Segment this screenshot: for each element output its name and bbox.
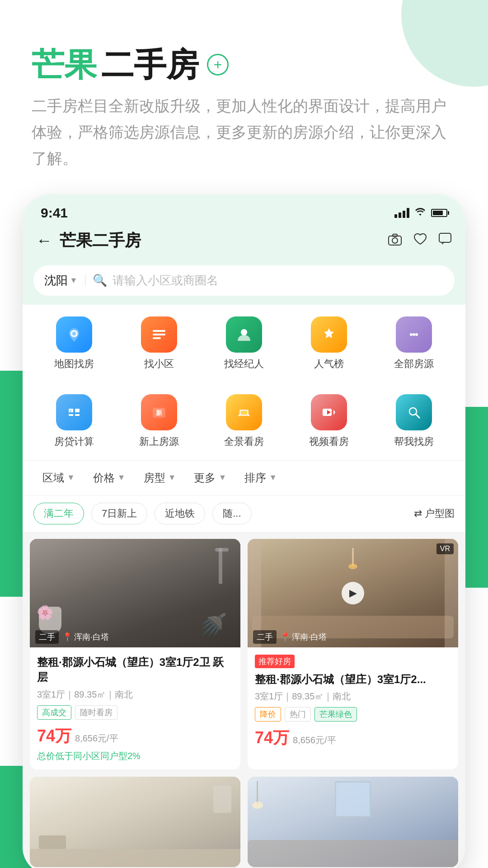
all-icon	[396, 316, 432, 353]
category-label-agent: 找经纪人	[224, 357, 264, 371]
svg-rect-13	[75, 409, 80, 412]
heart-icon[interactable]	[413, 232, 427, 250]
phone-mockup: 9:41 ←	[23, 194, 465, 868]
category-item-help[interactable]: 帮我找房	[371, 387, 456, 456]
title-mango: 芒果	[32, 45, 97, 84]
tag-manyears[interactable]: 满二年	[33, 503, 84, 524]
floorplan-toggle[interactable]: ⇄ 户型图	[414, 507, 455, 520]
svg-point-1	[392, 238, 398, 243]
category-grid-row2: ± 房贷计算 新 新上房源	[23, 382, 465, 460]
listing-image-partial-left	[30, 777, 240, 867]
category-item-map[interactable]: 地图找房	[32, 309, 117, 378]
title-house: 二手房	[101, 45, 199, 84]
price-main-1: 74万	[37, 725, 71, 747]
category-item-community[interactable]: 找小区	[117, 309, 202, 378]
svg-rect-2	[393, 234, 397, 236]
listing-badge-area-2: 二手 📍 浑南·白塔	[248, 627, 458, 647]
search-input[interactable]: 请输入小区或商圈名	[113, 273, 218, 288]
listing-title-2: 整租·郡源小石城（望庄）3室1厅2...	[255, 672, 451, 687]
message-icon[interactable]	[438, 232, 452, 250]
plus-circle-icon[interactable]: +	[207, 54, 229, 75]
search-location[interactable]: 沈阳 ▼	[44, 273, 78, 288]
app-header-title: 芒果二手房	[60, 230, 141, 252]
svg-rect-7	[153, 334, 165, 335]
help-icon	[396, 394, 432, 430]
svg-rect-15	[75, 414, 80, 416]
category-label-popular: 人气榜	[314, 357, 344, 371]
tag-random[interactable]: 随...	[212, 503, 251, 524]
tag-bar: 满二年 7日新上 近地铁 随... ⇄ 户型图	[23, 495, 465, 532]
tag-mango-green: 芒果绿色	[314, 707, 357, 722]
filter-area[interactable]: 区域 ▼	[33, 467, 84, 489]
listing-image-2: ▶ VR 二手 📍 浑南·白塔	[248, 539, 458, 647]
listing-tags-1: 高成交 随时看房	[37, 705, 233, 720]
price-unit-2: 8,656元/平	[293, 734, 336, 746]
community-icon	[141, 316, 177, 353]
listing-image-1: 🌸 二手 📍 浑南·白塔	[30, 539, 240, 647]
category-item-loan[interactable]: ± 房贷计算	[32, 387, 117, 456]
svg-rect-20	[241, 411, 247, 415]
category-item-new[interactable]: 新 新上房源	[117, 387, 202, 456]
tag-anytime: 随时看房	[75, 705, 117, 720]
category-item-all[interactable]: 全部房源	[371, 309, 456, 378]
play-button[interactable]: ▶	[342, 582, 364, 604]
signal-icon	[394, 208, 409, 218]
filter-type[interactable]: 房型 ▼	[135, 467, 185, 489]
listing-info-2: 推荐好房 整租·郡源小石城（望庄）3室1厅2... 3室1厅｜89.35㎡｜南北…	[248, 647, 458, 757]
header-left: ← 芒果二手房	[36, 230, 141, 252]
second-hand-badge: 二手	[35, 630, 59, 644]
listing-details-2: 3室1厅｜89.35㎡｜南北	[255, 690, 451, 703]
tag-high-deal: 高成交	[37, 705, 71, 720]
listing-card-1[interactable]: 🌸 二手 📍 浑南·白塔 整租·郡源小石城（望庄）3室1厅2卫 跃层 3室1厅｜…	[30, 539, 240, 769]
price-unit-1: 8,656元/平	[75, 732, 118, 745]
price-main-2: 74万	[255, 727, 289, 749]
title-section: 芒果 二手房 + 二手房栏目全新改版升级，更加人性化的界面设计，提高用户体验，严…	[32, 45, 456, 172]
status-bar: 9:41	[23, 194, 465, 225]
map-icon	[56, 316, 92, 353]
subtitle-text: 二手房栏目全新改版升级，更加人性化的界面设计，提高用户体验，严格筛选房源信息，更…	[32, 93, 456, 171]
svg-rect-8	[153, 337, 161, 339]
main-title: 芒果 二手房 +	[32, 45, 456, 84]
category-item-video[interactable]: 视频看房	[286, 387, 371, 456]
filter-sort[interactable]: 排序 ▼	[235, 467, 286, 489]
category-item-panorama[interactable]: 全景看房	[202, 387, 286, 456]
listing-tags-2: 降价 热门 芒果绿色	[255, 707, 451, 722]
category-item-agent[interactable]: 找经纪人	[202, 309, 286, 378]
app-header: ← 芒果二手房	[23, 225, 465, 261]
agent-icon	[226, 316, 262, 353]
category-item-popular[interactable]: 人气榜	[286, 309, 371, 378]
wifi-icon	[415, 207, 426, 219]
listing-card-2[interactable]: ▶ VR 二手 📍 浑南·白塔 推荐好房 整租·郡源小石	[248, 539, 458, 769]
battery-icon	[431, 209, 447, 217]
popular-icon	[311, 316, 347, 353]
tag-price-drop: 降价	[255, 707, 281, 722]
svg-point-9	[410, 333, 413, 336]
svg-rect-3	[439, 233, 451, 242]
tag-7days[interactable]: 7日新上	[91, 503, 147, 524]
recommended-badge: 推荐好房	[255, 655, 295, 668]
category-label-new: 新上房源	[139, 435, 179, 448]
listing-card-partial-right[interactable]	[248, 777, 458, 867]
filter-bar: 区域 ▼ 价格 ▼ 房型 ▼ 更多 ▼ 排序 ▼	[23, 460, 465, 495]
filter-more[interactable]: 更多 ▼	[185, 467, 235, 489]
main-content: 地图找房 找小区	[23, 305, 465, 532]
back-button[interactable]: ←	[36, 231, 52, 250]
video-icon	[311, 394, 347, 430]
svg-marker-22	[333, 410, 335, 415]
panorama-icon	[226, 394, 262, 430]
filter-price[interactable]: 价格 ▼	[84, 467, 135, 489]
listing-card-partial-left[interactable]	[30, 777, 240, 867]
new-icon: 新	[141, 394, 177, 430]
camera-icon[interactable]	[388, 232, 402, 250]
svg-line-25	[416, 414, 419, 418]
svg-point-10	[413, 333, 415, 336]
svg-rect-14	[69, 414, 73, 416]
category-label-community: 找小区	[144, 357, 174, 371]
svg-point-11	[415, 333, 418, 336]
tag-metro[interactable]: 近地铁	[155, 503, 205, 524]
listing-details-1: 3室1厅｜89.35㎡｜南北	[37, 689, 233, 701]
price-row-2: 74万 8,656元/平	[255, 727, 451, 749]
loan-icon: ±	[56, 394, 92, 430]
price-row-1: 74万 8,656元/平	[37, 725, 233, 747]
tag-hot: 热门	[285, 707, 311, 722]
